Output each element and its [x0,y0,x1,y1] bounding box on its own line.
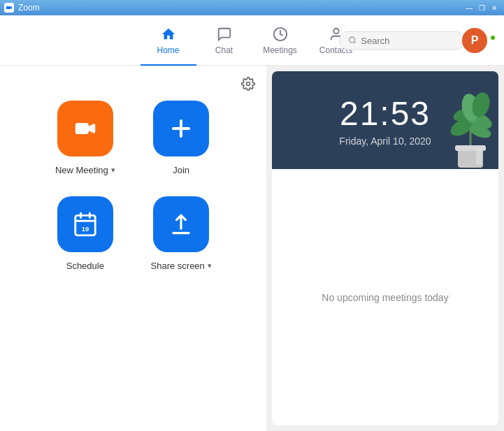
plant-decoration [442,71,498,169]
new-meeting-button[interactable] [57,101,113,156]
svg-point-3 [333,28,338,33]
right-panel: 21:53 Friday, April 10, 2020 [266,66,504,431]
join-label: Join [173,165,189,175]
minimize-button[interactable]: — [463,3,475,13]
search-icon [348,36,357,45]
join-button[interactable] [153,101,209,156]
new-meeting-label: New Meeting ▾ [55,165,115,175]
new-meeting-chevron: ▾ [111,166,115,175]
search-bar[interactable] [339,31,465,50]
restore-button[interactable]: ❐ [476,3,487,13]
action-share-screen[interactable]: Share screen ▾ [151,196,212,271]
share-icon [168,211,194,238]
close-button[interactable]: ✕ [489,3,500,13]
title-bar: Zoom — ❐ ✕ [0,0,504,15]
schedule-button[interactable]: 19 [57,196,113,252]
nav-label-meetings: Meetings [263,45,297,55]
no-meetings-message: No upcoming meetings today [322,292,448,303]
nav-item-home[interactable]: Home [141,15,196,66]
online-badge [489,34,496,41]
left-panel: New Meeting ▾ Join [0,66,266,431]
svg-marker-1 [10,6,12,9]
action-schedule[interactable]: 19 Schedule [55,196,115,271]
title-bar-left: Zoom [4,3,40,13]
app-logo [4,3,14,13]
settings-button[interactable] [238,74,258,94]
share-screen-chevron: ▾ [208,261,212,270]
action-new-meeting[interactable]: New Meeting ▾ [55,101,115,175]
nav-bar: Home Chat Meetings Contacts [0,15,504,66]
calendar-icon: 19 [72,211,99,238]
nav-item-chat[interactable]: Chat [196,15,252,66]
meetings-icon [272,26,289,43]
meetings-card: No upcoming meetings today [272,169,498,425]
actions-grid: New Meeting ▾ Join [55,101,212,271]
svg-point-6 [247,82,250,86]
svg-rect-0 [6,6,10,9]
clock-date: Friday, April 10, 2020 [339,136,431,147]
chat-icon [216,26,233,43]
window-controls: — ❐ ✕ [463,3,500,13]
home-icon [160,26,177,43]
action-join[interactable]: Join [151,101,212,175]
app-title: Zoom [18,3,40,13]
nav-label-home: Home [157,45,179,55]
svg-rect-24 [476,148,482,165]
share-screen-label: Share screen ▾ [151,261,212,271]
video-icon [72,115,99,142]
clock-time: 21:53 [340,94,431,133]
gear-icon [241,77,255,91]
profile-button[interactable]: P [462,28,487,53]
schedule-label: Schedule [66,261,104,271]
svg-line-5 [354,42,356,43]
clock-card: 21:53 Friday, April 10, 2020 [272,71,498,169]
main-content: New Meeting ▾ Join [0,66,504,431]
nav-label-chat: Chat [215,45,233,55]
svg-text:19: 19 [82,225,89,233]
nav-item-meetings[interactable]: Meetings [252,15,308,66]
svg-point-4 [350,37,355,43]
plus-icon [168,115,194,142]
search-input[interactable] [361,35,456,45]
share-screen-button[interactable] [153,196,209,252]
